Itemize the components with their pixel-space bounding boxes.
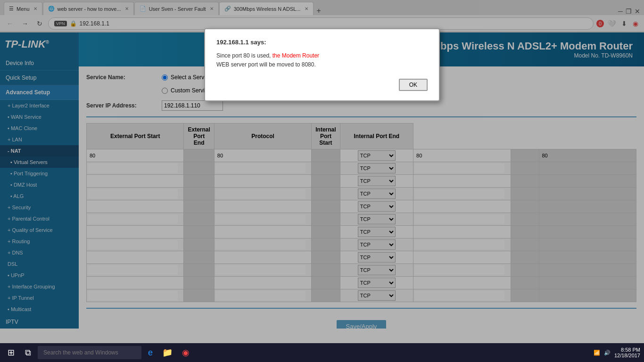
taskbar-right: 📶 🔊 8:58 PM 12/18/2017: [594, 347, 640, 358]
opera-taskbar-icon[interactable]: ◉: [179, 346, 192, 360]
taskbar-time: 8:58 PM 12/18/2017: [614, 347, 640, 358]
task-view-icon[interactable]: ⧉: [22, 346, 34, 360]
dialog-highlight: the Modem Router: [272, 52, 319, 59]
edge-icon[interactable]: e: [145, 346, 156, 360]
dialog-overlay: 192.168.1.1 says: Since port 80 is used,…: [0, 0, 644, 343]
start-button[interactable]: ⊞: [4, 346, 18, 360]
taskbar: ⊞ ⧉ e 📁 ◉ 📶 🔊 8:58 PM 12/18/2017: [0, 343, 644, 362]
dialog-ok-button[interactable]: OK: [399, 79, 428, 91]
dialog-buttons: OK: [216, 79, 428, 91]
dialog: 192.168.1.1 says: Since port 80 is used,…: [204, 28, 440, 101]
taskbar-network-icon: 📶: [594, 350, 600, 356]
explorer-icon[interactable]: 📁: [159, 346, 175, 360]
dialog-title: 192.168.1.1 says:: [216, 39, 428, 46]
taskbar-date-value: 12/18/2017: [614, 353, 640, 358]
taskbar-time-value: 8:58 PM: [614, 347, 640, 353]
taskbar-search-input[interactable]: [38, 346, 141, 359]
dialog-message: Since port 80 is used, the Modem Router …: [216, 51, 428, 69]
taskbar-volume-icon: 🔊: [604, 350, 611, 356]
